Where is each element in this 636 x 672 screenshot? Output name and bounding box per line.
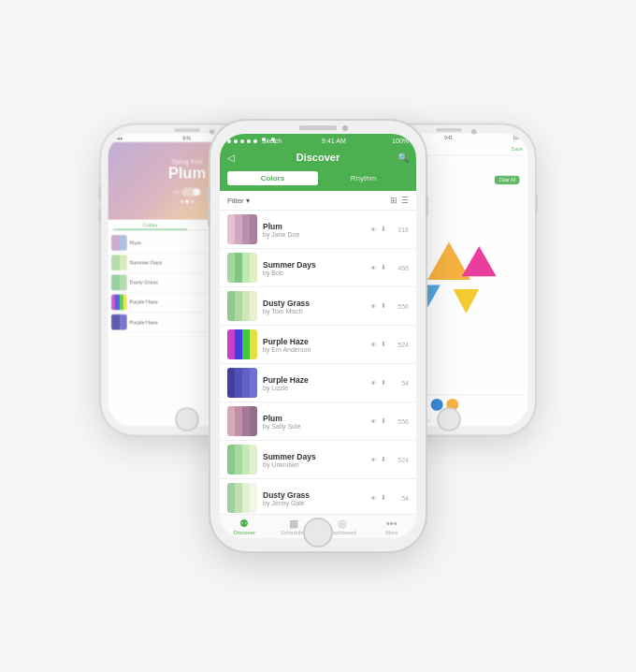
wifi-icon: ∿	[271, 138, 275, 141]
eye-icon-7[interactable]: 👁	[370, 457, 377, 463]
eye-icon-5[interactable]: 👁	[370, 380, 377, 387]
speaker-left	[174, 128, 200, 132]
color-author-6: by Sally Sole	[263, 423, 370, 430]
swatch-seg	[250, 483, 257, 513]
eye-icon-8[interactable]: 👁	[370, 495, 377, 502]
triangle-yellow	[454, 289, 480, 314]
seg-tab-colors[interactable]: Colors	[227, 171, 318, 185]
camera-left	[210, 129, 215, 135]
list-item-4[interactable]: Purple Haze by Em Anderson 👁 ⬇ 524	[220, 326, 416, 364]
seg-tab-rhythm[interactable]: Rhythm	[318, 171, 409, 185]
swatch-7	[227, 445, 257, 475]
swatch-seg	[235, 445, 242, 475]
view-icons: ⊞ ☰	[390, 196, 409, 205]
left-label-5: Purple Haze	[129, 319, 157, 325]
color-author-3: by Tom Misch	[263, 308, 370, 314]
vol-btn2-left	[98, 208, 101, 224]
color-author-5: by Lizzie	[263, 385, 370, 391]
eye-icon-6[interactable]: 👁	[370, 418, 377, 425]
list-item-2[interactable]: Summer Days by Bob 👁 ⬇ 468	[220, 249, 416, 287]
count-6: 556	[390, 418, 409, 425]
search-icon[interactable]: 🔍	[398, 153, 409, 163]
swatch-seg	[227, 368, 235, 398]
swatch-seg	[250, 329, 257, 359]
clear-all-btn[interactable]: Clear All	[495, 176, 519, 184]
home-btn-right[interactable]	[437, 407, 461, 431]
pagination-dots	[181, 199, 195, 203]
download-icon-2[interactable]: ⬇	[381, 264, 386, 271]
tab-more[interactable]: ••• More	[368, 519, 417, 535]
count-2: 468	[390, 265, 409, 271]
center-nav-bar: ◁ Discover 🔍	[220, 147, 416, 168]
swatch-seg	[242, 483, 250, 513]
tab-label-discover: Discover	[234, 530, 255, 535]
swatch-seg	[235, 291, 242, 321]
grid-icon[interactable]: ⊞	[390, 196, 398, 205]
speaker-center	[299, 125, 337, 130]
count-4: 524	[390, 342, 409, 348]
tab-discover[interactable]: ⚉ Discover	[220, 519, 269, 535]
signal-area: Sketch ∿	[227, 138, 276, 144]
download-icon-5[interactable]: ⬇	[381, 379, 386, 387]
swatch-seg	[242, 253, 250, 283]
color-author-7: by Unknown	[263, 461, 370, 468]
mini-toggle[interactable]	[181, 188, 200, 197]
color-actions-1: 👁 ⬇ 318	[370, 226, 409, 233]
download-icon-6[interactable]: ⬇	[381, 417, 386, 425]
home-btn-center[interactable]	[303, 518, 333, 548]
download-icon-8[interactable]: ⬇	[381, 494, 386, 502]
eye-icon-4[interactable]: 👁	[370, 342, 377, 348]
swatch-seg	[250, 291, 257, 321]
filter-row: Filter ▾ ⊞ ☰	[220, 191, 416, 211]
left-tab-colors[interactable]: Colors	[113, 222, 187, 229]
eye-icon-1[interactable]: 👁	[370, 226, 377, 233]
download-icon-1[interactable]: ⬇	[381, 226, 386, 233]
home-btn-left[interactable]	[175, 407, 199, 431]
triangle-pink	[462, 246, 497, 276]
back-icon[interactable]: ◁	[227, 153, 235, 163]
schedules-icon: ▦	[289, 519, 298, 529]
right-save-btn[interactable]: Save	[512, 146, 524, 152]
list-item-6[interactable]: Plum by Sally Sole 👁 ⬇ 556	[220, 402, 416, 441]
swatch-seg	[242, 329, 250, 359]
download-icon-3[interactable]: ⬇	[381, 302, 386, 310]
hero-toggle: On	[173, 188, 200, 197]
list-item-3[interactable]: Dusty Grass by Tom Misch 👁 ⬇ 556	[220, 287, 416, 326]
toggle-knob	[193, 188, 199, 195]
list-icon[interactable]: ☰	[401, 196, 409, 205]
color-name-1: Plum	[263, 222, 370, 231]
download-icon-4[interactable]: ⬇	[381, 341, 386, 348]
eye-icon-3[interactable]: 👁	[370, 303, 377, 310]
color-info-1: Plum by Jane Doe	[263, 222, 370, 238]
signal-dot-4	[247, 139, 251, 143]
speaker-right	[436, 128, 462, 132]
camera-center	[342, 125, 348, 131]
swatch-seg	[235, 368, 242, 398]
count-1: 318	[390, 226, 409, 233]
color-list: Plum by Jane Doe 👁 ⬇ 318	[220, 211, 416, 514]
count-5: 54	[390, 380, 409, 387]
list-item-1[interactable]: Plum by Jane Doe 👁 ⬇ 318	[220, 211, 416, 249]
swatch-2	[227, 253, 257, 283]
swatch-seg	[242, 445, 250, 475]
color-actions-2: 👁 ⬇ 468	[370, 264, 409, 271]
swatch-seg	[242, 406, 250, 436]
left-label-1: Plum	[129, 241, 141, 246]
list-item-5[interactable]: Purple Haze by Lizzie 👁 ⬇ 54	[220, 364, 416, 402]
left-label-4: Purple Haze	[129, 299, 157, 305]
power-btn-right	[535, 194, 538, 212]
download-icon-7[interactable]: ⬇	[381, 456, 386, 463]
swatch-seg	[250, 368, 257, 398]
dot-3	[191, 199, 195, 203]
list-item-7[interactable]: Summer Days by Unknown 👁 ⬇ 524	[220, 441, 416, 479]
color-info-2: Summer Days by Bob	[263, 260, 370, 276]
left-signal: ●●●●	[112, 135, 123, 140]
list-item-8[interactable]: Dusty Grass by Jenny Gale 👁 ⬇ 54	[220, 479, 416, 514]
filter-label[interactable]: Filter ▾	[227, 197, 250, 205]
dot-1	[181, 199, 184, 203]
eye-icon-2[interactable]: 👁	[370, 265, 377, 271]
swatch-seg	[250, 253, 257, 283]
left-label-3: Dusty Grass	[129, 280, 157, 285]
signal-dot-3	[240, 139, 244, 143]
swatch-seg	[250, 214, 257, 244]
